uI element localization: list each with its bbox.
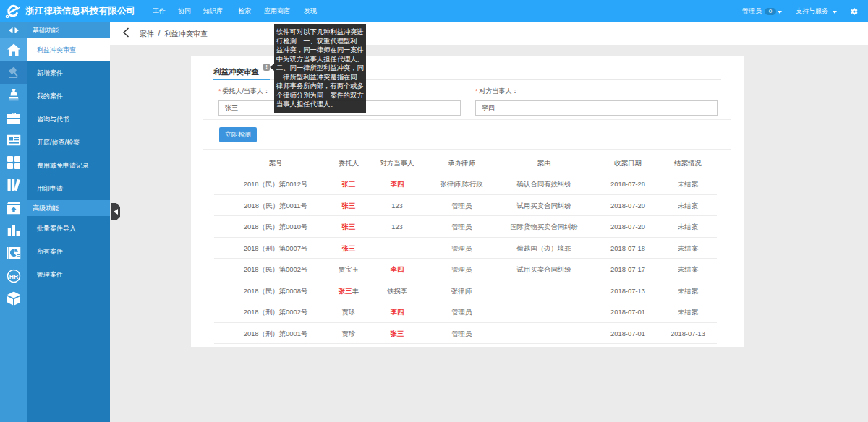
svg-text:HR: HR [9,272,18,280]
